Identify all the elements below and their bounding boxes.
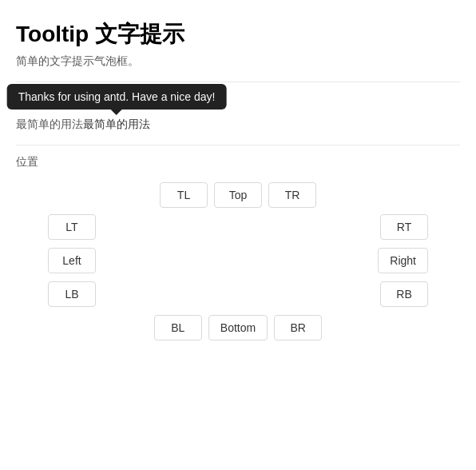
basic-section-label: 基本 xyxy=(16,92,460,106)
btn-top[interactable]: Top xyxy=(214,182,262,208)
page-subtitle: 简单的文字提示气泡框。 xyxy=(16,54,460,69)
position-top-row: TL Top TR xyxy=(16,182,460,208)
basic-divider xyxy=(16,82,460,82)
btn-bl[interactable]: BL xyxy=(154,315,202,341)
btn-lb[interactable]: LB xyxy=(48,281,96,307)
basic-row: 最简单的用法 Thanks for using antd. Have a nic… xyxy=(16,118,460,132)
btn-bottom[interactable]: Bottom xyxy=(208,315,268,341)
page-title: Tooltip 文字提示 xyxy=(16,19,460,50)
position-lb-rb-row: LB RB xyxy=(16,281,460,307)
btn-right[interactable]: Right xyxy=(378,248,428,273)
position-left-right-row: Left Right xyxy=(16,248,460,273)
basic-row-label: 最简单的用法 xyxy=(16,118,83,132)
positions-grid: TL Top TR LT RT Left Right LB RB BL Bott… xyxy=(16,182,460,347)
btn-lt[interactable]: LT xyxy=(48,214,96,240)
tooltip-trigger-text: 最简单的用法 xyxy=(83,118,150,130)
btn-tr[interactable]: TR xyxy=(268,182,316,208)
btn-left[interactable]: Left xyxy=(48,248,96,273)
position-section-label: 位置 xyxy=(16,155,460,169)
btn-br[interactable]: BR xyxy=(274,315,322,341)
btn-rb[interactable]: RB xyxy=(380,281,428,307)
position-lt-rt-row: LT RT xyxy=(16,214,460,240)
btn-rt[interactable]: RT xyxy=(380,214,428,240)
tooltip-trigger[interactable]: Thanks for using antd. Have a nice day! … xyxy=(83,118,150,132)
position-bottom-row: BL Bottom BR xyxy=(16,315,460,341)
position-divider xyxy=(16,145,460,145)
btn-tl[interactable]: TL xyxy=(160,182,208,208)
